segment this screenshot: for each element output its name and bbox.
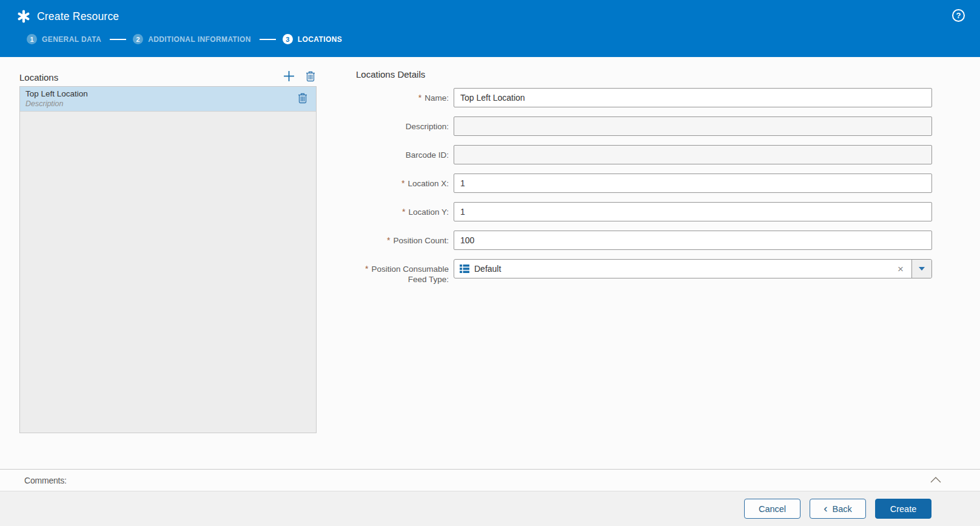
step-number: 2 <box>133 34 143 44</box>
locations-panel: Locations <box>19 57 317 433</box>
required-marker: * <box>365 264 368 274</box>
cancel-button[interactable]: Cancel <box>744 499 800 519</box>
position-count-field-label: *Position Count: <box>356 231 449 250</box>
locations-title: Locations <box>19 72 58 83</box>
required-marker: * <box>418 93 421 103</box>
locations-panel-header: Locations <box>19 68 317 86</box>
location-y-field-label: *Location Y: <box>356 202 449 221</box>
barcode-id-input[interactable] <box>454 145 932 164</box>
back-button[interactable]: ‹ Back <box>810 499 866 519</box>
step-number: 1 <box>27 34 37 44</box>
combobox-value: Default <box>474 264 898 274</box>
list-icon <box>460 265 469 273</box>
footer: Cancel ‹ Back Create <box>0 491 980 526</box>
step-label: ADDITIONAL INFORMATION <box>148 35 251 44</box>
name-field-row: *Name: <box>356 88 932 107</box>
location-x-input[interactable] <box>454 174 932 193</box>
header: Create Resource ? 1 GENERAL DATA 2 ADDIT… <box>0 0 980 57</box>
dropdown-button[interactable] <box>911 260 931 278</box>
details-panel: Locations Details *Name: Description: Ba… <box>356 57 932 294</box>
location-y-field-row: *Location Y: <box>356 202 932 221</box>
comments-label: Comments: <box>24 476 67 485</box>
wizard-stepper: 1 GENERAL DATA 2 ADDITIONAL INFORMATION … <box>0 34 980 44</box>
step-connector <box>110 39 126 40</box>
page-title: Create Resource <box>37 10 119 23</box>
question-mark-glyph: ? <box>956 11 961 20</box>
trash-icon <box>298 93 307 106</box>
name-input[interactable] <box>454 88 932 107</box>
step-general-data[interactable]: 1 GENERAL DATA <box>27 34 101 44</box>
chevron-down-icon <box>919 267 925 271</box>
details-title: Locations Details <box>356 69 932 81</box>
trash-icon <box>306 71 315 84</box>
step-locations[interactable]: 3 LOCATIONS <box>283 34 342 44</box>
location-y-input[interactable] <box>454 202 932 221</box>
title-row: Create Resource ? <box>0 0 980 28</box>
barcode-id-field-row: Barcode ID: <box>356 145 932 164</box>
back-button-label: Back <box>833 504 852 514</box>
name-field-label: *Name: <box>356 88 449 107</box>
step-label: LOCATIONS <box>298 35 342 44</box>
step-additional-information[interactable]: 2 ADDITIONAL INFORMATION <box>133 34 251 44</box>
required-marker: * <box>402 207 405 217</box>
description-input[interactable] <box>454 116 932 136</box>
description-field-label: Description: <box>356 116 449 136</box>
step-connector <box>260 39 276 40</box>
locations-list: Top Left Location Description <box>19 86 317 433</box>
delete-locations-button[interactable] <box>304 70 317 85</box>
chevron-left-icon: ‹ <box>824 502 827 514</box>
delete-location-item-button[interactable] <box>297 92 309 107</box>
create-resource-window: Create Resource ? 1 GENERAL DATA 2 ADDIT… <box>0 0 980 526</box>
position-consumable-feed-type-combobox[interactable]: Default × <box>454 259 932 278</box>
description-field-row: Description: <box>356 116 932 136</box>
step-label: GENERAL DATA <box>42 35 101 44</box>
add-location-button[interactable] <box>282 69 296 85</box>
position-count-input[interactable] <box>454 231 932 250</box>
position-count-field-row: *Position Count: <box>356 231 932 250</box>
required-marker: * <box>401 178 404 188</box>
location-x-field-row: *Location X: <box>356 174 932 193</box>
location-item-name: Top Left Location <box>25 89 297 99</box>
location-list-item[interactable]: Top Left Location Description <box>20 87 316 112</box>
step-number: 3 <box>283 34 293 44</box>
plus-icon <box>283 70 295 84</box>
required-marker: * <box>387 235 390 245</box>
location-x-field-label: *Location X: <box>356 174 449 193</box>
barcode-id-field-label: Barcode ID: <box>356 145 449 164</box>
asterisk-icon <box>17 10 30 23</box>
details-form: *Name: Description: Barcode ID: *Locatio… <box>356 88 932 285</box>
create-button[interactable]: Create <box>875 499 931 519</box>
main-content: Locations <box>0 57 980 469</box>
position-consumable-feed-type-label: *Position Consumable Feed Type: <box>356 259 449 285</box>
location-item-description: Description <box>25 99 297 109</box>
chevron-up-icon <box>930 476 941 485</box>
help-icon[interactable]: ? <box>952 9 965 22</box>
comments-bar: Comments: <box>0 469 980 491</box>
position-consumable-feed-type-row: *Position Consumable Feed Type: <box>356 259 932 285</box>
collapse-comments-button[interactable] <box>929 474 942 486</box>
location-item-text: Top Left Location Description <box>25 89 297 109</box>
clear-icon[interactable]: × <box>898 264 904 274</box>
